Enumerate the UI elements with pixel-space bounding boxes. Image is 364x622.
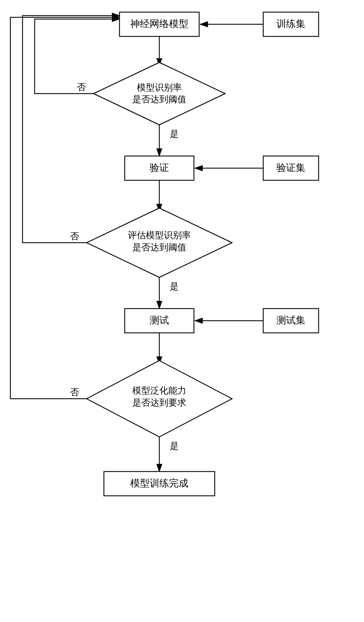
decision1-line1: 模型识别率 [137, 82, 182, 93]
decision1-line2: 是否达到阈值 [132, 94, 186, 104]
decision2-line1: 评估模型识别率 [128, 230, 191, 240]
decision2-yes-label: 是 [170, 281, 179, 292]
validation-set-label: 验证集 [276, 162, 305, 173]
validate-label: 验证 [150, 162, 169, 173]
test-label: 测试 [150, 315, 169, 326]
training-set-label: 训练集 [276, 18, 305, 29]
test-set-label: 测试集 [276, 315, 305, 326]
decision2-no-label: 否 [70, 231, 79, 241]
decision1-diamond [94, 62, 225, 125]
decision3-yes-label: 是 [170, 441, 179, 451]
decision2-line2: 是否达到阈值 [132, 242, 186, 252]
decision1-no-label: 否 [77, 82, 86, 92]
neural-model-label: 神经网络模型 [130, 18, 188, 29]
decision3-no-label: 否 [70, 387, 79, 397]
diagram-container: 神经网络模型 训练集 模型识别率 是否达到阈值 否 是 验证 验证集 [0, 0, 364, 622]
decision1-yes-label: 是 [170, 129, 179, 139]
decision3-line1: 模型泛化能力 [132, 385, 186, 396]
decision3-line2: 是否达到要求 [132, 397, 186, 408]
complete-label: 模型训练完成 [130, 478, 188, 489]
